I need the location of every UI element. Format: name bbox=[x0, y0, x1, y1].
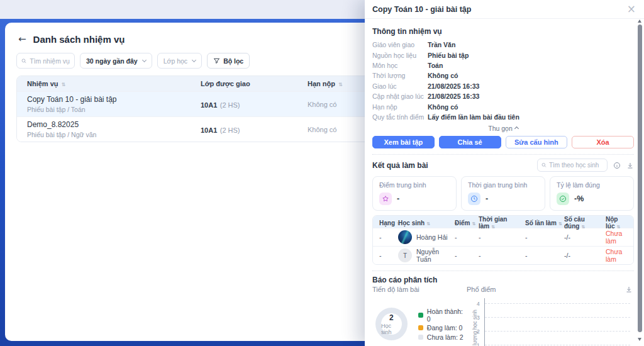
scrollbar-thumb[interactable] bbox=[638, 25, 642, 332]
task-class: 10A1 bbox=[201, 126, 217, 134]
drawer-header: Copy Toán 10 - giải bài tập × bbox=[365, 0, 644, 19]
share-button[interactable]: Chia sẻ bbox=[439, 136, 501, 148]
info-label: Quy tắc tính điểm bbox=[372, 113, 428, 121]
sort-icon[interactable]: ⇅ bbox=[62, 82, 66, 87]
avatar: T bbox=[398, 248, 412, 262]
student-results-table: Hạng⇅ Học sinh⇅ Điểm⇅ Thời gian làm⇅ Số … bbox=[372, 215, 634, 265]
sort-icon[interactable]: ⇅ bbox=[558, 221, 562, 226]
search-icon bbox=[541, 162, 547, 168]
delete-button[interactable]: Xóa bbox=[572, 136, 634, 148]
student-correct: -/- bbox=[564, 252, 606, 259]
class-select[interactable]: Lớp học bbox=[157, 53, 202, 69]
info-row: Hạn nộp Không có bbox=[372, 101, 634, 111]
clock-icon bbox=[468, 193, 480, 205]
scrollbar-up-arrow[interactable] bbox=[638, 20, 641, 23]
sort-icon[interactable]: ⇅ bbox=[472, 221, 475, 226]
stat-card-average-time: Thời gian trung bình - bbox=[461, 176, 545, 211]
back-button[interactable]: ← bbox=[18, 33, 26, 45]
gridline: 4 bbox=[485, 303, 630, 304]
stat-label: Điểm trung bình bbox=[379, 181, 450, 189]
task-search-input[interactable] bbox=[16, 53, 75, 69]
filter-button[interactable]: Bộ lọc bbox=[207, 53, 250, 69]
column-header-class: Lớp được giao bbox=[201, 80, 308, 87]
sort-icon[interactable]: ⇅ bbox=[338, 82, 343, 87]
progress-chart-title: Tiến độ làm bài bbox=[372, 286, 467, 293]
sort-icon[interactable]: ⇅ bbox=[616, 225, 620, 230]
sort-icon[interactable]: ⇅ bbox=[426, 221, 430, 226]
drawer-title: Copy Toán 10 - giải bài tập bbox=[372, 5, 627, 14]
stat-cards: Điểm trung bình - Thời gian trung bình - bbox=[372, 176, 634, 211]
chevron-down-icon bbox=[192, 57, 196, 62]
stat-card-correct-rate: Tỷ lệ làm đúng -% bbox=[550, 176, 634, 211]
edit-config-button[interactable]: Sửa cấu hình bbox=[506, 136, 568, 148]
search-icon bbox=[21, 58, 26, 64]
student-search-input[interactable] bbox=[537, 159, 608, 172]
stat-value: -% bbox=[574, 194, 584, 203]
status-badge: Chưa làm bbox=[606, 230, 633, 245]
task-subtitle: Phiếu bài tập / Ngữ văn bbox=[27, 131, 201, 138]
info-label: Giáo viên giao bbox=[372, 41, 428, 48]
progress-donut-chart: 2 Học sinh bbox=[375, 308, 408, 340]
column-header-rank[interactable]: Hạng⇅ bbox=[373, 220, 398, 226]
task-detail-drawer: Copy Toán 10 - giải bài tập × Thông tin … bbox=[365, 0, 644, 346]
info-value: Phiếu bài tập bbox=[428, 52, 469, 59]
donut-center-value: 2 bbox=[389, 313, 394, 322]
task-title: Demo_8.82025 bbox=[27, 120, 201, 129]
task-search-field[interactable] bbox=[30, 57, 70, 65]
stat-label: Tỷ lệ làm đúng bbox=[557, 181, 627, 189]
collapse-toggle[interactable]: Thu gọn bbox=[372, 125, 634, 132]
info-label: Nguồn học liệu bbox=[372, 52, 428, 59]
legend-item-notyet: Chưa làm: 2 bbox=[418, 333, 467, 341]
column-header-attempts[interactable]: Số lần làm⇅ bbox=[525, 220, 564, 226]
scrollbar-down-arrow[interactable] bbox=[638, 338, 641, 341]
student-row[interactable]: - T Nguyễn Tuấn - - - -/- Chưa làm bbox=[373, 246, 633, 264]
student-attempts: - bbox=[525, 252, 564, 259]
column-header-submitted[interactable]: Nộp lúc⇅ bbox=[606, 216, 633, 230]
close-icon[interactable]: × bbox=[627, 4, 636, 14]
filter-button-label: Bộ lọc bbox=[223, 57, 243, 65]
collapse-label: Thu gọn bbox=[488, 125, 513, 132]
sort-icon[interactable]: ⇅ bbox=[581, 225, 585, 230]
stat-value: - bbox=[397, 194, 399, 203]
info-icon[interactable] bbox=[613, 162, 621, 169]
info-row: Giáo viên giao Trần Văn bbox=[372, 40, 634, 50]
section-divider bbox=[372, 271, 634, 271]
info-value: Không có bbox=[428, 72, 458, 79]
task-class-count-value: (2 HS) bbox=[220, 101, 240, 109]
legend-swatch bbox=[418, 335, 423, 340]
drawer-scrollbar[interactable] bbox=[637, 20, 643, 346]
student-score: - bbox=[455, 252, 479, 259]
check-circle-icon bbox=[557, 193, 569, 205]
column-header-correct[interactable]: Số câu đúng⇅ bbox=[564, 216, 606, 230]
date-range-select[interactable]: 30 ngày gần đây bbox=[80, 53, 152, 69]
task-class: 10A1 bbox=[201, 101, 217, 109]
info-label: Môn học bbox=[372, 62, 428, 69]
donut-center-label: Học sinh bbox=[381, 323, 402, 335]
download-icon[interactable] bbox=[626, 162, 634, 169]
student-row[interactable]: - Hoàng Hải - - - -/- Chưa làm bbox=[373, 228, 633, 246]
student-attempts: - bbox=[525, 233, 564, 241]
histogram-plot-area: 4 3 2 1 bbox=[484, 298, 630, 346]
section-divider bbox=[372, 154, 634, 155]
student-rank: - bbox=[373, 233, 398, 241]
column-header-time[interactable]: Thời gian làm⇅ bbox=[479, 216, 525, 230]
progress-chart-block: Tiến độ làm bài 2 Học sinh Hoàn thành: 0 bbox=[372, 286, 467, 346]
info-value: Trần Văn bbox=[428, 41, 455, 48]
task-title: Copy Toán 10 - giải bài tập bbox=[27, 95, 201, 104]
info-row: Môn học Toán bbox=[372, 60, 634, 70]
sort-icon[interactable]: ⇅ bbox=[491, 225, 495, 230]
action-buttons: Xem bài tập Chia sẻ Sửa cấu hình Xóa bbox=[372, 136, 634, 148]
gridline: 1 bbox=[485, 345, 630, 345]
column-header-score[interactable]: Điểm⇅ bbox=[455, 220, 479, 226]
view-exercise-button[interactable]: Xem bài tập bbox=[372, 136, 435, 148]
results-header: Kết quả làm bài bbox=[372, 159, 634, 172]
gridline: 3 bbox=[485, 317, 630, 318]
info-value: Lấy điểm lần làm bài đầu tiên bbox=[428, 113, 519, 121]
student-search-field[interactable] bbox=[549, 162, 603, 169]
column-header-task[interactable]: Nhiệm vụ⇅ bbox=[17, 80, 201, 87]
info-value: Toán bbox=[428, 62, 443, 69]
column-header-student[interactable]: Học sinh⇅ bbox=[398, 220, 455, 226]
funnel-icon bbox=[213, 57, 220, 64]
info-label: Thời lượng bbox=[372, 72, 428, 79]
download-icon[interactable] bbox=[625, 286, 633, 293]
